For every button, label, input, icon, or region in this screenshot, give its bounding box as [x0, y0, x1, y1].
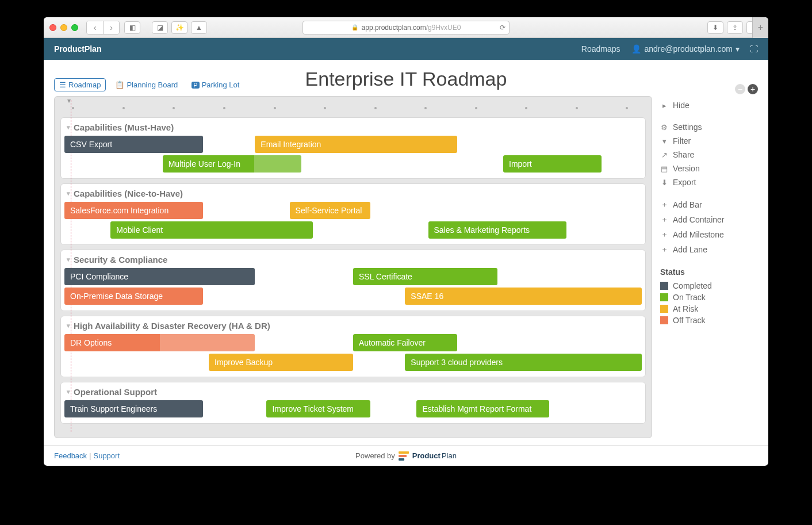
roadmap-bar[interactable]: Automatic Failover: [353, 334, 457, 351]
downloads-button[interactable]: ⬇: [707, 21, 723, 34]
bar-label: Establish Mgmt Report Format: [422, 404, 531, 413]
close-window-icon[interactable]: [49, 24, 56, 31]
roadmap-bar[interactable]: Multiple User Log-In: [163, 155, 301, 173]
share-link-button[interactable]: ↗Share: [660, 148, 758, 162]
legend-item: Completed: [660, 280, 758, 292]
legend-item: On Track: [660, 292, 758, 303]
bar-label: Sales & Marketing Reports: [434, 225, 530, 235]
roadmap-bar[interactable]: SalesForce.com Integration: [64, 202, 203, 219]
chevron-down-icon: ▾: [67, 322, 70, 329]
roadmap-bar[interactable]: Establish Mgmt Report Format: [416, 400, 549, 417]
lock-icon: 🔒: [351, 24, 358, 30]
gear-icon: ⚙: [660, 123, 668, 132]
reload-icon[interactable]: ⟳: [500, 24, 505, 32]
lane-header[interactable]: ▾Security & Compliance: [64, 254, 642, 268]
minimize-window-icon[interactable]: [60, 24, 67, 31]
bar-label: Automatic Failover: [359, 338, 426, 347]
roadmap-bar[interactable]: SSL Certificate: [353, 268, 497, 285]
roadmap-bar[interactable]: CSV Export: [64, 136, 203, 153]
zoom-out-button[interactable]: −: [735, 84, 745, 94]
support-link[interactable]: Support: [93, 451, 120, 460]
add-milestone-button[interactable]: ＋Add Milestone: [660, 227, 758, 242]
lane-title: Capabilities (Must-Have): [74, 122, 174, 132]
lane: ▾Security & CompliancePCI ComplianceSSL …: [60, 250, 646, 311]
legend-label: Completed: [673, 281, 712, 290]
subheader: ☰Roadmap 📋Planning Board PParking Lot En…: [44, 60, 768, 96]
zoom-in-button[interactable]: +: [748, 84, 758, 94]
maximize-window-icon[interactable]: [71, 24, 78, 31]
lane-row: Train Support EngineersImprove Ticket Sy…: [64, 400, 642, 417]
roadmap-bar[interactable]: Sales & Marketing Reports: [428, 221, 567, 239]
legend-label: Off Track: [673, 316, 706, 325]
lane-header[interactable]: ▾Capabilities (Must-Have): [64, 121, 642, 136]
export-button[interactable]: ⬇Export: [660, 175, 758, 189]
roadmap-bar[interactable]: On-Premise Data Storage: [64, 288, 203, 305]
lane-title: Operational Support: [74, 387, 157, 397]
bar-label: Email Integration: [261, 140, 321, 149]
plus-icon: ＋: [660, 214, 668, 225]
roadmap-bar[interactable]: SSAE 16: [405, 288, 642, 305]
filter-icon: ▾: [660, 137, 668, 145]
add-bar-button[interactable]: ＋Add Bar: [660, 197, 758, 212]
lane-header[interactable]: ▾Capabilities (Nice-to-Have): [64, 187, 642, 202]
nav-buttons: ‹ ›: [86, 21, 120, 35]
lane-row: CSV ExportEmail Integration: [64, 136, 642, 153]
tab-roadmap[interactable]: ☰Roadmap: [54, 78, 106, 91]
toolbar-button-2[interactable]: ✨: [171, 21, 187, 34]
window-controls: [49, 24, 78, 31]
roadmap-bar[interactable]: Self-Service Portal: [290, 202, 371, 219]
roadmap-bar[interactable]: Import: [503, 155, 602, 173]
chevron-down-icon: ▾: [67, 388, 70, 396]
lane-row: PCI ComplianceSSL Certificate: [64, 268, 642, 285]
hide-panel-button[interactable]: ▸Hide: [660, 98, 758, 112]
add-lane-button[interactable]: ＋Add Lane: [660, 242, 758, 257]
lane-title: Security & Compliance: [74, 255, 167, 265]
roadmap-bar[interactable]: Email Integration: [255, 136, 457, 153]
roadmap-bar[interactable]: Support 3 cloud providers: [405, 354, 642, 371]
share-button[interactable]: ⇪: [727, 21, 743, 34]
add-container-button[interactable]: ＋Add Container: [660, 212, 758, 227]
fullscreen-icon[interactable]: ⛶: [750, 44, 758, 53]
roadmap-bar[interactable]: PCI Compliance: [64, 268, 255, 285]
bar-label: Improve Ticket System: [272, 404, 354, 413]
lane-header[interactable]: ▾High Availability & Disaster Recovery (…: [64, 320, 642, 334]
roadmap-icon: ☰: [59, 81, 66, 89]
time-ruler: [60, 102, 646, 114]
feedback-link[interactable]: Feedback: [54, 451, 87, 460]
tab-planning-board[interactable]: 📋Planning Board: [110, 78, 182, 91]
bar-label: SSL Certificate: [359, 272, 412, 281]
version-button[interactable]: ▤Version: [660, 162, 758, 175]
forward-button[interactable]: ›: [103, 21, 119, 34]
tab-parking-lot[interactable]: PParking Lot: [187, 78, 244, 91]
lane-header[interactable]: ▾Operational Support: [64, 386, 642, 400]
plus-icon: ＋: [660, 244, 668, 255]
user-menu[interactable]: 👤 andre@productplan.com ▾: [631, 44, 740, 53]
caret-right-icon: ▸: [660, 101, 668, 110]
toolbar-button-1[interactable]: ◪: [152, 21, 168, 34]
bar-label: DR Options: [70, 338, 112, 347]
address-bar[interactable]: 🔒 app.productplan.com/g9HvxUE0 ⟳: [302, 21, 510, 35]
roadmap-bar[interactable]: Improve Backup: [209, 354, 353, 371]
filter-button[interactable]: ▾Filter: [660, 134, 758, 148]
new-tab-button[interactable]: +: [752, 17, 768, 38]
productplan-logo: ProductPlan: [399, 451, 457, 461]
roadmap-bar[interactable]: DR Options: [64, 334, 255, 351]
lane-title: Capabilities (Nice-to-Have): [74, 189, 183, 198]
back-button[interactable]: ‹: [87, 21, 103, 34]
sidebar-toggle-button[interactable]: ◧: [124, 21, 140, 34]
legend-item: At Risk: [660, 303, 758, 315]
board-icon: 📋: [115, 81, 124, 89]
roadmap-bar[interactable]: Improve Ticket System: [266, 400, 370, 417]
settings-button[interactable]: ⚙Settings: [660, 120, 758, 134]
bar-label: Self-Service Portal: [296, 206, 362, 215]
app-header: ProductPlan Roadmaps 👤 andre@productplan…: [44, 38, 768, 60]
roadmaps-link[interactable]: Roadmaps: [581, 44, 621, 53]
roadmap-bar[interactable]: Mobile Client: [110, 221, 312, 239]
roadmap-bar[interactable]: Train Support Engineers: [64, 400, 203, 417]
plus-icon: ＋: [660, 229, 668, 240]
lane-row: Mobile ClientSales & Marketing Reports: [64, 221, 642, 239]
bar-label: SalesForce.com Integration: [70, 206, 168, 215]
bar-label: Support 3 cloud providers: [411, 358, 503, 367]
lane-row: Multiple User Log-InImport: [64, 155, 642, 173]
toolbar-button-3[interactable]: ▲: [191, 21, 207, 34]
